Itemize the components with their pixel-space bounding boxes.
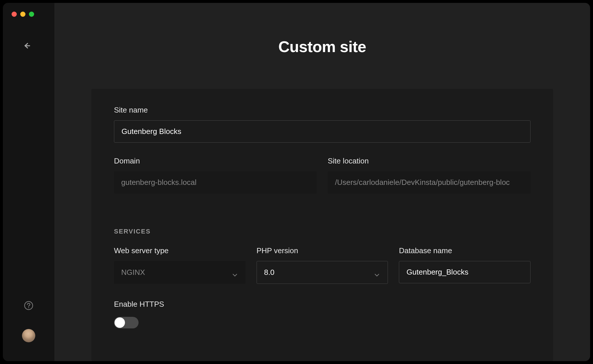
- maximize-window-button[interactable]: [29, 12, 34, 17]
- form-card: Site name Domain Site location SERVICES …: [91, 89, 553, 361]
- window-controls: [3, 12, 54, 17]
- web-server-type-label: Web server type: [114, 246, 246, 255]
- close-window-button[interactable]: [12, 12, 17, 17]
- chevron-down-icon: [232, 270, 237, 275]
- sidebar: [3, 3, 54, 361]
- sidebar-bottom: [3, 301, 54, 352]
- php-version-select[interactable]: 8.0: [257, 261, 388, 284]
- database-name-input[interactable]: [399, 261, 531, 283]
- chevron-down-icon: [374, 270, 380, 275]
- help-icon: [24, 301, 33, 310]
- svg-point-1: [28, 307, 29, 308]
- domain-input: [114, 171, 317, 194]
- database-name-label: Database name: [399, 246, 531, 255]
- site-location-input: [328, 171, 531, 194]
- php-version-label: PHP version: [257, 246, 388, 255]
- help-button[interactable]: [24, 301, 33, 310]
- main-content: Custom site Site name Domain Site locati…: [54, 3, 590, 361]
- enable-https-label: Enable HTTPS: [114, 300, 531, 309]
- arrow-left-icon: [23, 42, 31, 49]
- enable-https-toggle[interactable]: [114, 317, 139, 328]
- toggle-knob: [115, 317, 125, 328]
- web-server-type-value: NGINX: [121, 268, 145, 277]
- services-heading: SERVICES: [114, 228, 531, 235]
- php-version-value: 8.0: [264, 268, 275, 277]
- site-location-label: Site location: [328, 157, 531, 166]
- minimize-window-button[interactable]: [20, 12, 25, 17]
- back-button[interactable]: [23, 41, 31, 50]
- site-name-input[interactable]: [114, 120, 531, 143]
- domain-label: Domain: [114, 157, 317, 166]
- app-window: Custom site Site name Domain Site locati…: [3, 3, 590, 361]
- site-name-label: Site name: [114, 106, 531, 115]
- web-server-type-select: NGINX: [114, 261, 246, 284]
- user-avatar[interactable]: [22, 329, 35, 342]
- page-title: Custom site: [54, 38, 590, 56]
